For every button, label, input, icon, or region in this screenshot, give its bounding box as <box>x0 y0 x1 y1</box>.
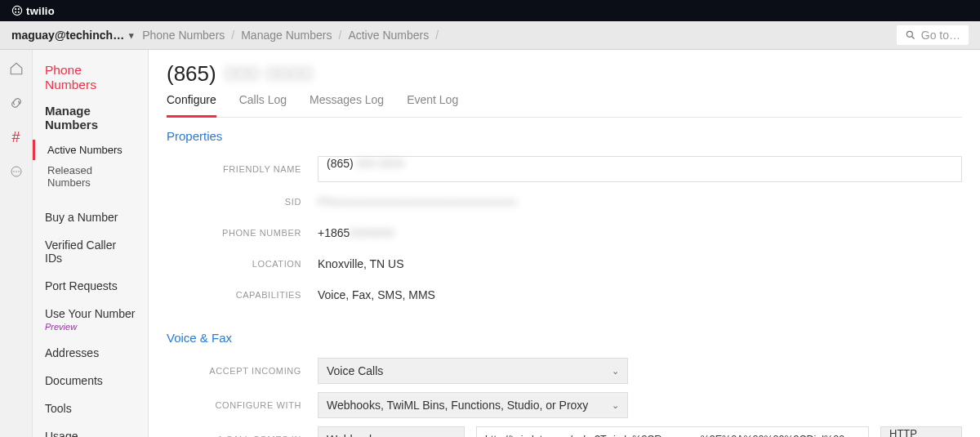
search-icon <box>905 29 916 41</box>
goto-placeholder: Go to… <box>921 29 960 42</box>
page-title: (865) 000 0000 <box>167 61 962 87</box>
sidebar-item-documents[interactable]: Documents <box>33 368 148 394</box>
sidebar-item-use-your-number[interactable]: Use Your Number Preview <box>33 301 148 338</box>
tab-event-log[interactable]: Event Log <box>407 93 458 118</box>
value-sid: PNxxxxxxxxxxxxxxxxxxxxxxxxxxxxxxxx <box>318 195 962 208</box>
goto-search[interactable]: Go to… <box>897 25 969 45</box>
sidebar-item-addresses[interactable]: Addresses <box>33 340 148 366</box>
row-accept-incoming: ACCEPT INCOMING Voice Calls ⌄ <box>167 358 962 384</box>
page-title-obscured: 000 0000 <box>225 61 313 87</box>
svg-point-8 <box>13 171 15 172</box>
call-in-method-select[interactable]: HTTP POST ⌄ <box>880 426 962 437</box>
call-in-type-value: Webhook <box>327 433 375 437</box>
chevron-down-icon: ▾ <box>129 30 134 41</box>
row-configure-with: CONFIGURE WITH Webhooks, TwiML Bins, Fun… <box>167 392 962 418</box>
label-configure-with: CONFIGURE WITH <box>167 400 318 410</box>
tab-messages-log[interactable]: Messages Log <box>310 93 384 118</box>
sidebar-item-verified[interactable]: Verified Caller IDs <box>33 232 148 271</box>
tab-calls-log[interactable]: Calls Log <box>239 93 287 118</box>
label-friendly-name: FRIENDLY NAME <box>167 164 318 174</box>
crumb-manage-numbers[interactable]: Manage Numbers <box>241 29 332 42</box>
rail-hash-icon[interactable]: # <box>9 130 24 145</box>
sidebar-item-usage[interactable]: Usage <box>33 423 148 437</box>
call-in-url-input[interactable] <box>476 426 869 437</box>
label-location: LOCATION <box>167 259 318 269</box>
main-content: (865) 000 0000 Configure Calls Log Messa… <box>149 50 980 437</box>
label-phone: PHONE NUMBER <box>167 228 318 238</box>
sidebar-sublist: Active Numbers Released Numbers <box>33 140 148 193</box>
svg-point-1 <box>15 8 16 10</box>
phone-prefix: +1865 <box>318 226 350 239</box>
chevron-down-icon: ⌄ <box>944 434 953 438</box>
chevron-down-icon: ⌄ <box>448 435 456 438</box>
section-properties: Properties <box>167 129 962 143</box>
svg-point-9 <box>16 171 17 172</box>
sidebar-item-port[interactable]: Port Requests <box>33 273 148 299</box>
account-name: maguay@techinch… <box>11 29 124 42</box>
friendly-name-input[interactable]: (865) 000 0000 <box>318 156 962 182</box>
accept-incoming-select[interactable]: Voice Calls ⌄ <box>318 358 628 384</box>
breadcrumb: Phone Numbers/ Manage Numbers/ Active Nu… <box>142 29 439 42</box>
rail-more-icon[interactable] <box>9 164 24 179</box>
row-phone: PHONE NUMBER +18650000000 <box>167 221 962 244</box>
sidebar-item-tools[interactable]: Tools <box>33 395 148 421</box>
row-friendly-name: FRIENDLY NAME (865) 000 0000 <box>167 156 962 182</box>
sidebar-nav: Buy a Number Verified Caller IDs Port Re… <box>33 204 148 437</box>
sidebar-item-buy[interactable]: Buy a Number <box>33 204 148 230</box>
row-call-comes-in: A CALL COMES IN Webhook ⌄ HTTP POST ⌄ <box>167 426 962 437</box>
rail-link-icon[interactable] <box>9 96 24 110</box>
sidebar-item-use-label: Use Your Number <box>45 307 136 320</box>
chevron-down-icon: ⌄ <box>612 366 619 377</box>
value-location: Knoxville, TN US <box>318 257 962 270</box>
configure-with-select[interactable]: Webhooks, TwiML Bins, Functions, Studio,… <box>318 392 628 418</box>
call-in-type-select[interactable]: Webhook ⌄ <box>318 426 465 437</box>
chevron-down-icon: ⌄ <box>612 400 619 411</box>
phone-obscured: 0000000 <box>350 226 394 239</box>
main-container: # Phone Numbers Manage Numbers Active Nu… <box>0 50 980 437</box>
sidebar-item-active-numbers[interactable]: Active Numbers <box>33 140 148 160</box>
sidebar-section-manage[interactable]: Manage Numbers <box>33 104 148 140</box>
call-in-method-value: HTTP POST <box>889 427 944 437</box>
row-capabilities: CAPABILITIES Voice, Fax, SMS, MMS <box>167 283 962 306</box>
svg-point-2 <box>18 8 20 10</box>
preview-badge: Preview <box>45 322 136 332</box>
svg-point-10 <box>18 171 20 172</box>
account-switcher[interactable]: maguay@techinch… ▾ <box>11 29 134 42</box>
tabs: Configure Calls Log Messages Log Event L… <box>167 93 962 118</box>
rail-home-icon[interactable] <box>9 61 24 76</box>
configure-with-value: Webhooks, TwiML Bins, Functions, Studio,… <box>327 399 588 412</box>
crumb-phone-numbers[interactable]: Phone Numbers <box>142 29 225 42</box>
row-location: LOCATION Knoxville, TN US <box>167 252 962 275</box>
tab-configure[interactable]: Configure <box>167 93 216 118</box>
svg-point-4 <box>18 11 20 13</box>
twilio-logo-icon <box>11 5 23 16</box>
label-accept: ACCEPT INCOMING <box>167 366 318 376</box>
sidebar: Phone Numbers Manage Numbers Active Numb… <box>33 50 149 437</box>
page-title-prefix: (865) <box>167 61 216 87</box>
friendly-name-obscured: 000 0000 <box>357 157 404 170</box>
row-sid: SID PNxxxxxxxxxxxxxxxxxxxxxxxxxxxxxxxx <box>167 190 962 213</box>
accept-incoming-value: Voice Calls <box>327 364 383 377</box>
crumb-active-numbers[interactable]: Active Numbers <box>348 29 429 42</box>
svg-point-0 <box>12 6 21 15</box>
top-bar: twilio <box>0 0 980 21</box>
value-capabilities: Voice, Fax, SMS, MMS <box>318 288 962 301</box>
svg-point-5 <box>906 31 912 37</box>
svg-point-3 <box>15 11 16 13</box>
friendly-name-prefix: (865) <box>327 157 354 170</box>
label-capabilities: CAPABILITIES <box>167 290 318 300</box>
sidebar-item-released-numbers[interactable]: Released Numbers <box>33 160 148 193</box>
brand-logo[interactable]: twilio <box>11 5 55 17</box>
value-phone: +18650000000 <box>318 226 962 239</box>
breadcrumb-bar: maguay@techinch… ▾ Phone Numbers/ Manage… <box>0 21 980 50</box>
svg-line-6 <box>912 37 915 39</box>
icon-rail: # <box>0 50 33 437</box>
label-sid: SID <box>167 197 318 207</box>
sidebar-title[interactable]: Phone Numbers <box>33 63 148 104</box>
brand-name: twilio <box>26 5 55 17</box>
section-voice-fax: Voice & Fax <box>167 331 962 345</box>
